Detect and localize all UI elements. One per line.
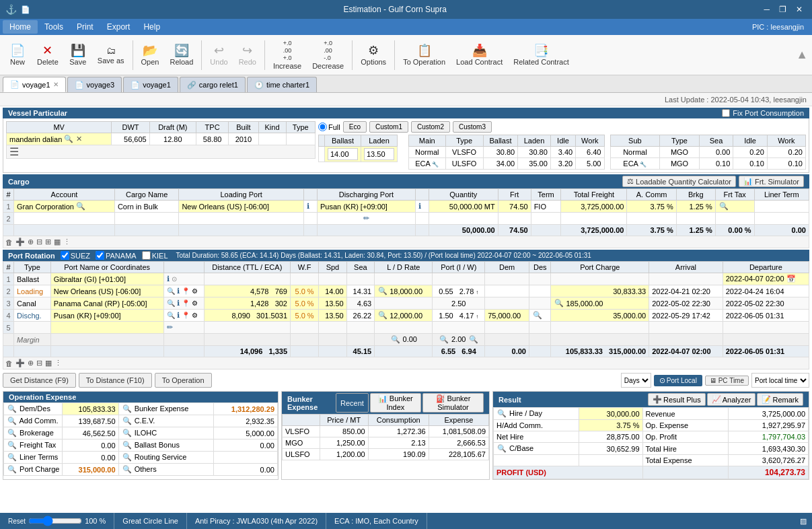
- kiel-checkbox[interactable]: [142, 251, 151, 260]
- cargo-frt-tax-search-1[interactable]: 🔍: [718, 202, 729, 211]
- reload-button[interactable]: 🔄 Reload: [165, 38, 198, 72]
- port4-ld-arrow[interactable]: ↑: [476, 314, 478, 320]
- brokerage-search[interactable]: 🔍: [7, 429, 17, 437]
- menu-help[interactable]: Help: [137, 20, 167, 34]
- save-as-button[interactable]: 🗂 Save as: [93, 38, 129, 72]
- minimize-button[interactable]: ─: [760, 3, 774, 15]
- menu-home[interactable]: Home: [3, 20, 38, 34]
- cargo-account-search-1[interactable]: 🔍: [75, 202, 86, 211]
- port4-ld-search[interactable]: 🔍: [377, 311, 388, 320]
- options-button[interactable]: ⚙ Options: [356, 38, 391, 72]
- tab-cargo-relet1[interactable]: 🔗 cargo relet1: [180, 77, 246, 92]
- custom1-tab[interactable]: Custom1: [369, 121, 408, 133]
- port2-search[interactable]: 🔍: [167, 287, 175, 295]
- mv-clear-icon[interactable]: ✕: [75, 135, 83, 143]
- custom2-tab[interactable]: Custom2: [411, 121, 450, 133]
- cev-search[interactable]: 🔍: [122, 417, 133, 425]
- bunker-simulator-tab[interactable]: ⛽ Bunker Simulator: [422, 393, 484, 413]
- cargo-add-btn[interactable]: ➕: [15, 238, 26, 246]
- restore-button[interactable]: ❐: [775, 3, 790, 15]
- related-contract-button[interactable]: 📑 Related Contract: [509, 38, 574, 72]
- to-operation-nav-button[interactable]: To Operation: [155, 373, 212, 388]
- hire-day-search[interactable]: 🔍: [496, 409, 507, 418]
- port4-search[interactable]: 🔍: [167, 312, 175, 319]
- port-btn3[interactable]: ⊕: [27, 359, 34, 367]
- tab-voyage1-active[interactable]: 📄 voyage1 ✕: [3, 77, 66, 92]
- panama-checkbox[interactable]: [96, 251, 104, 260]
- mv-search-icon[interactable]: 🔍: [63, 135, 74, 143]
- fix-port-checkbox[interactable]: [722, 109, 730, 117]
- margin-port-search[interactable]: 🔍: [439, 335, 449, 344]
- dem-des-search[interactable]: 🔍: [7, 404, 17, 413]
- custom3-tab[interactable]: Custom3: [453, 121, 492, 133]
- tab-voyage1-2[interactable]: 📄 voyage1: [123, 77, 178, 92]
- liner-terms-search[interactable]: 🔍: [7, 453, 17, 462]
- resize-handle[interactable]: ▨: [800, 517, 812, 526]
- suez-checkbox[interactable]: [61, 251, 69, 260]
- collapse-button[interactable]: ▲: [796, 48, 808, 62]
- menu-export[interactable]: Export: [100, 20, 137, 34]
- port3-search[interactable]: 🔍: [167, 299, 175, 307]
- tab-voyage3[interactable]: 📄 voyage3: [67, 77, 122, 92]
- to-distance-button[interactable]: To Distance (F10): [79, 373, 152, 388]
- new-button[interactable]: 📄 New: [4, 38, 31, 72]
- port4-options[interactable]: ⚙: [192, 312, 198, 319]
- redo-button[interactable]: ↪ Redo: [234, 38, 261, 72]
- port2-pin[interactable]: 📍: [182, 287, 190, 295]
- port-add-btn[interactable]: ➕: [15, 359, 26, 367]
- port-delete-btn[interactable]: 🗑: [5, 359, 13, 367]
- port-local-button[interactable]: ⊙ Port Local: [654, 375, 702, 386]
- kiel-checkbox-label[interactable]: KIEL: [142, 251, 168, 260]
- bunker-index-tab[interactable]: 📊 Bunker Index: [370, 393, 421, 413]
- margin-port-search2[interactable]: 🔍: [468, 335, 479, 344]
- decrease-button[interactable]: +.0.00-.0 Decrease: [307, 38, 348, 72]
- result-plus-btn[interactable]: ➕ Result Plus: [648, 393, 706, 406]
- save-button[interactable]: 💾 Save: [65, 38, 91, 72]
- menu-tools[interactable]: Tools: [38, 20, 70, 34]
- port5-edit[interactable]: ✏: [167, 323, 173, 331]
- reset-button[interactable]: Reset: [8, 518, 26, 525]
- port3-pin[interactable]: 📍: [182, 299, 190, 307]
- get-distance-button[interactable]: Get Distance (F9): [3, 373, 76, 388]
- panama-checkbox-label[interactable]: PANAMA: [96, 251, 137, 260]
- port-btn4[interactable]: ⊟: [36, 359, 43, 367]
- pc-time-button[interactable]: 🖥 PC Time: [705, 376, 749, 386]
- bunker-exp-search[interactable]: 🔍: [122, 404, 133, 413]
- port3-options[interactable]: ⚙: [192, 299, 198, 307]
- port2-options[interactable]: ⚙: [192, 287, 198, 295]
- cargo-btn6[interactable]: ▦: [53, 238, 61, 246]
- freight-tax-search[interactable]: 🔍: [7, 441, 17, 450]
- undo-button[interactable]: ↩ Undo: [205, 38, 232, 72]
- frt-simulator-btn[interactable]: 📊 Frt. Simulator: [739, 176, 804, 187]
- cargo-btn7[interactable]: ⋮: [63, 238, 71, 246]
- port2-ld-search[interactable]: 🔍: [377, 287, 388, 295]
- to-operation-button[interactable]: 📋 To Operation: [398, 38, 450, 72]
- close-button[interactable]: ✕: [792, 3, 807, 15]
- port4-pin[interactable]: 📍: [182, 312, 190, 319]
- margin-ld-search[interactable]: 🔍: [390, 335, 401, 344]
- ballast-bonus-search[interactable]: 🔍: [122, 441, 133, 450]
- port-charge-search[interactable]: 🔍: [7, 465, 17, 474]
- fix-port-label[interactable]: Fix Port Consumption: [722, 109, 804, 117]
- time-zone-select[interactable]: Port local time: [751, 373, 809, 388]
- cargo-btn5[interactable]: ⊞: [44, 238, 52, 246]
- port-btn5[interactable]: ▦: [44, 359, 52, 367]
- eco-tab[interactable]: Eco: [343, 121, 367, 133]
- delete-button[interactable]: ✕ Delete: [32, 38, 63, 72]
- port4-des-search[interactable]: 🔍: [532, 311, 543, 320]
- loadable-qty-btn[interactable]: ⚖ Loadable Quantity Calculator: [622, 176, 736, 187]
- remark-btn[interactable]: 📝 Remark: [757, 393, 803, 406]
- tab-close-voyage1[interactable]: ✕: [53, 81, 59, 88]
- increase-button[interactable]: +.0.00+.0 Increase: [268, 38, 306, 72]
- ilohc-search[interactable]: 🔍: [122, 429, 133, 437]
- edit-icon-row2[interactable]: ✏: [363, 214, 369, 222]
- ballast-speed-input[interactable]: [328, 148, 358, 160]
- add-comm-search[interactable]: 🔍: [7, 417, 17, 425]
- port1-options[interactable]: ⊙: [172, 275, 177, 283]
- cargo-btn4[interactable]: ⊟: [36, 238, 43, 246]
- port2-ld-arrow[interactable]: ↑: [476, 289, 478, 295]
- others-search[interactable]: 🔍: [122, 465, 133, 474]
- suez-checkbox-label[interactable]: SUEZ: [61, 251, 90, 260]
- recent-tab[interactable]: Recent: [336, 393, 369, 413]
- analyzer-btn[interactable]: 📈 Analyzer: [707, 393, 756, 406]
